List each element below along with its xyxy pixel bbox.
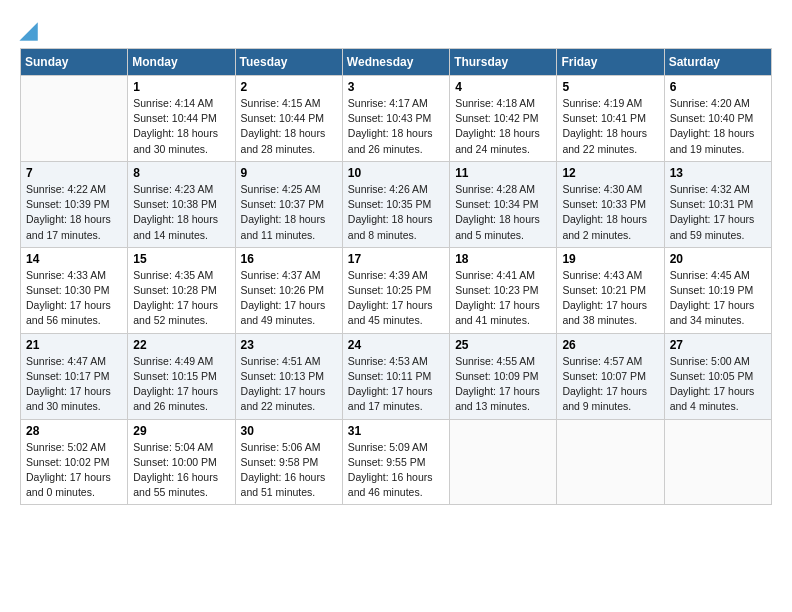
calendar-cell	[21, 76, 128, 162]
calendar-cell: 21Sunrise: 4:47 AMSunset: 10:17 PMDaylig…	[21, 333, 128, 419]
day-info: Sunrise: 4:49 AMSunset: 10:15 PMDaylight…	[133, 354, 229, 415]
header-wednesday: Wednesday	[342, 49, 449, 76]
day-number: 29	[133, 424, 229, 438]
day-number: 30	[241, 424, 337, 438]
day-number: 10	[348, 166, 444, 180]
day-info: Sunrise: 4:22 AMSunset: 10:39 PMDaylight…	[26, 182, 122, 243]
calendar-cell: 22Sunrise: 4:49 AMSunset: 10:15 PMDaylig…	[128, 333, 235, 419]
day-info: Sunrise: 5:04 AMSunset: 10:00 PMDaylight…	[133, 440, 229, 501]
calendar-cell: 15Sunrise: 4:35 AMSunset: 10:28 PMDaylig…	[128, 247, 235, 333]
day-info: Sunrise: 4:23 AMSunset: 10:38 PMDaylight…	[133, 182, 229, 243]
calendar-cell	[664, 419, 771, 505]
calendar-cell: 23Sunrise: 4:51 AMSunset: 10:13 PMDaylig…	[235, 333, 342, 419]
calendar-cell: 26Sunrise: 4:57 AMSunset: 10:07 PMDaylig…	[557, 333, 664, 419]
header-sunday: Sunday	[21, 49, 128, 76]
calendar-cell: 9Sunrise: 4:25 AMSunset: 10:37 PMDayligh…	[235, 161, 342, 247]
calendar-cell	[450, 419, 557, 505]
day-number: 1	[133, 80, 229, 94]
calendar-cell: 10Sunrise: 4:26 AMSunset: 10:35 PMDaylig…	[342, 161, 449, 247]
day-number: 18	[455, 252, 551, 266]
day-info: Sunrise: 5:02 AMSunset: 10:02 PMDaylight…	[26, 440, 122, 501]
day-info: Sunrise: 4:41 AMSunset: 10:23 PMDaylight…	[455, 268, 551, 329]
day-number: 26	[562, 338, 658, 352]
day-number: 24	[348, 338, 444, 352]
day-info: Sunrise: 4:57 AMSunset: 10:07 PMDaylight…	[562, 354, 658, 415]
calendar-header-row: SundayMondayTuesdayWednesdayThursdayFrid…	[21, 49, 772, 76]
calendar-cell: 5Sunrise: 4:19 AMSunset: 10:41 PMDayligh…	[557, 76, 664, 162]
day-info: Sunrise: 4:47 AMSunset: 10:17 PMDaylight…	[26, 354, 122, 415]
logo: ◢	[20, 20, 37, 38]
calendar-table: SundayMondayTuesdayWednesdayThursdayFrid…	[20, 48, 772, 505]
day-info: Sunrise: 4:35 AMSunset: 10:28 PMDaylight…	[133, 268, 229, 329]
week-row-2: 14Sunrise: 4:33 AMSunset: 10:30 PMDaylig…	[21, 247, 772, 333]
day-number: 11	[455, 166, 551, 180]
day-info: Sunrise: 4:43 AMSunset: 10:21 PMDaylight…	[562, 268, 658, 329]
day-info: Sunrise: 4:32 AMSunset: 10:31 PMDaylight…	[670, 182, 766, 243]
day-info: Sunrise: 5:00 AMSunset: 10:05 PMDaylight…	[670, 354, 766, 415]
calendar-cell: 28Sunrise: 5:02 AMSunset: 10:02 PMDaylig…	[21, 419, 128, 505]
calendar-cell: 30Sunrise: 5:06 AMSunset: 9:58 PMDayligh…	[235, 419, 342, 505]
day-info: Sunrise: 4:19 AMSunset: 10:41 PMDaylight…	[562, 96, 658, 157]
day-number: 19	[562, 252, 658, 266]
header-monday: Monday	[128, 49, 235, 76]
week-row-0: 1Sunrise: 4:14 AMSunset: 10:44 PMDayligh…	[21, 76, 772, 162]
day-info: Sunrise: 4:30 AMSunset: 10:33 PMDaylight…	[562, 182, 658, 243]
day-number: 9	[241, 166, 337, 180]
week-row-3: 21Sunrise: 4:47 AMSunset: 10:17 PMDaylig…	[21, 333, 772, 419]
calendar-cell: 31Sunrise: 5:09 AMSunset: 9:55 PMDayligh…	[342, 419, 449, 505]
day-number: 3	[348, 80, 444, 94]
day-number: 28	[26, 424, 122, 438]
day-info: Sunrise: 4:39 AMSunset: 10:25 PMDaylight…	[348, 268, 444, 329]
calendar-cell: 24Sunrise: 4:53 AMSunset: 10:11 PMDaylig…	[342, 333, 449, 419]
day-number: 7	[26, 166, 122, 180]
day-number: 21	[26, 338, 122, 352]
day-number: 8	[133, 166, 229, 180]
week-row-1: 7Sunrise: 4:22 AMSunset: 10:39 PMDayligh…	[21, 161, 772, 247]
day-info: Sunrise: 4:45 AMSunset: 10:19 PMDaylight…	[670, 268, 766, 329]
day-number: 16	[241, 252, 337, 266]
calendar-cell: 3Sunrise: 4:17 AMSunset: 10:43 PMDayligh…	[342, 76, 449, 162]
calendar-cell: 29Sunrise: 5:04 AMSunset: 10:00 PMDaylig…	[128, 419, 235, 505]
calendar-cell: 2Sunrise: 4:15 AMSunset: 10:44 PMDayligh…	[235, 76, 342, 162]
header-tuesday: Tuesday	[235, 49, 342, 76]
day-number: 14	[26, 252, 122, 266]
day-number: 4	[455, 80, 551, 94]
page-header: ◢	[20, 20, 772, 38]
day-number: 15	[133, 252, 229, 266]
day-info: Sunrise: 4:20 AMSunset: 10:40 PMDaylight…	[670, 96, 766, 157]
day-info: Sunrise: 4:18 AMSunset: 10:42 PMDaylight…	[455, 96, 551, 157]
day-info: Sunrise: 4:15 AMSunset: 10:44 PMDaylight…	[241, 96, 337, 157]
day-info: Sunrise: 4:53 AMSunset: 10:11 PMDaylight…	[348, 354, 444, 415]
day-info: Sunrise: 4:14 AMSunset: 10:44 PMDaylight…	[133, 96, 229, 157]
day-number: 5	[562, 80, 658, 94]
day-info: Sunrise: 4:25 AMSunset: 10:37 PMDaylight…	[241, 182, 337, 243]
day-number: 12	[562, 166, 658, 180]
calendar-cell: 11Sunrise: 4:28 AMSunset: 10:34 PMDaylig…	[450, 161, 557, 247]
day-info: Sunrise: 4:26 AMSunset: 10:35 PMDaylight…	[348, 182, 444, 243]
day-info: Sunrise: 4:28 AMSunset: 10:34 PMDaylight…	[455, 182, 551, 243]
week-row-4: 28Sunrise: 5:02 AMSunset: 10:02 PMDaylig…	[21, 419, 772, 505]
day-number: 20	[670, 252, 766, 266]
calendar-cell: 12Sunrise: 4:30 AMSunset: 10:33 PMDaylig…	[557, 161, 664, 247]
day-info: Sunrise: 4:55 AMSunset: 10:09 PMDaylight…	[455, 354, 551, 415]
day-number: 17	[348, 252, 444, 266]
calendar-cell: 8Sunrise: 4:23 AMSunset: 10:38 PMDayligh…	[128, 161, 235, 247]
calendar-cell: 6Sunrise: 4:20 AMSunset: 10:40 PMDayligh…	[664, 76, 771, 162]
calendar-cell: 7Sunrise: 4:22 AMSunset: 10:39 PMDayligh…	[21, 161, 128, 247]
logo-text: ◢	[20, 20, 37, 42]
calendar-cell: 18Sunrise: 4:41 AMSunset: 10:23 PMDaylig…	[450, 247, 557, 333]
calendar-cell: 25Sunrise: 4:55 AMSunset: 10:09 PMDaylig…	[450, 333, 557, 419]
day-number: 31	[348, 424, 444, 438]
calendar-cell	[557, 419, 664, 505]
day-info: Sunrise: 4:17 AMSunset: 10:43 PMDaylight…	[348, 96, 444, 157]
calendar-cell: 14Sunrise: 4:33 AMSunset: 10:30 PMDaylig…	[21, 247, 128, 333]
calendar-cell: 4Sunrise: 4:18 AMSunset: 10:42 PMDayligh…	[450, 76, 557, 162]
day-info: Sunrise: 4:33 AMSunset: 10:30 PMDaylight…	[26, 268, 122, 329]
day-info: Sunrise: 5:06 AMSunset: 9:58 PMDaylight:…	[241, 440, 337, 501]
calendar-cell: 20Sunrise: 4:45 AMSunset: 10:19 PMDaylig…	[664, 247, 771, 333]
calendar-cell: 27Sunrise: 5:00 AMSunset: 10:05 PMDaylig…	[664, 333, 771, 419]
day-number: 25	[455, 338, 551, 352]
header-thursday: Thursday	[450, 49, 557, 76]
header-saturday: Saturday	[664, 49, 771, 76]
day-number: 27	[670, 338, 766, 352]
